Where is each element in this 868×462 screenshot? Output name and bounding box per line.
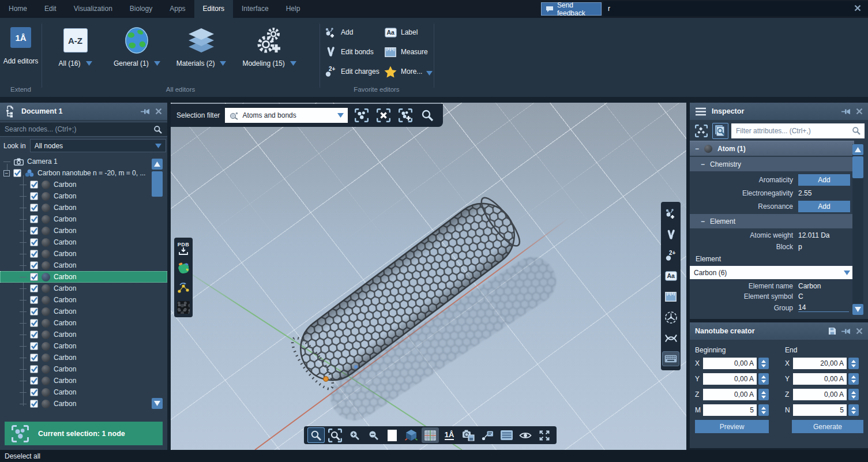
tool-measure[interactable] [662,289,679,305]
tool-rotate-gauge[interactable] [662,310,679,325]
tree-item-carbon[interactable]: Carbon [0,260,167,271]
chevron-down-icon[interactable] [220,61,226,66]
send-feedback-button[interactable]: Send feedback [541,2,602,16]
favorite-editor-add[interactable]: Add [324,22,384,42]
begin-x-input[interactable] [703,358,757,369]
tree-item-carbon[interactable]: Carbon [0,352,167,363]
menu-tab-apps[interactable]: Apps [161,0,194,18]
close-icon[interactable] [856,328,863,335]
select-atoms-button[interactable] [353,107,370,124]
favorite-editor-measure[interactable]: Measure [384,42,434,62]
end-z-stepper[interactable] [848,389,859,400]
tool-virtual-keyboard[interactable] [662,351,679,366]
filter-attributes-input[interactable] [731,127,865,135]
tree-item-carbon[interactable]: Carbon [0,398,167,409]
menu-icon[interactable] [695,107,707,116]
end-x-stepper[interactable] [848,358,859,369]
element-section-header[interactable]: − Element [690,214,854,228]
tree-item-carbon[interactable]: Carbon [0,213,167,225]
menu-tab-visualization[interactable]: Visualization [65,0,121,18]
tool-add-fragment[interactable] [175,260,192,276]
menu-tab-edit[interactable]: Edit [36,0,65,18]
tree-item-carbon[interactable]: Carbon [0,190,167,202]
tool-create-path[interactable] [175,280,192,295]
end-y-input[interactable] [793,373,847,385]
tool-zoom-out[interactable] [365,427,382,443]
element-dropdown[interactable]: Carbon (6) [690,266,854,279]
favorite-editor-more[interactable]: More... [384,62,434,81]
checkbox-checked[interactable] [30,330,38,339]
menu-tab-editors[interactable]: Editors [194,0,233,18]
tool-scale-1a[interactable]: 1Å [441,427,458,443]
checkbox-checked[interactable] [30,181,38,189]
tool-nanotube-material[interactable] [175,299,192,315]
tool-grid[interactable] [422,427,439,443]
tree-item-carbon[interactable]: Carbon [0,248,167,260]
close-search-icon[interactable] [854,5,861,12]
begin-z-input[interactable] [703,389,757,400]
menu-tab-biology[interactable]: Biology [121,0,161,18]
pin-icon[interactable] [841,108,851,115]
n-stepper[interactable] [848,404,859,416]
scroll-thumb[interactable] [852,156,863,178]
tool-snapshot[interactable] [460,427,477,443]
scroll-down-button[interactable] [152,398,163,409]
n-input[interactable] [793,404,847,416]
global-search-input[interactable] [608,5,851,13]
tool-view-cube[interactable] [403,427,420,443]
chevron-down-icon[interactable] [154,61,160,66]
tool-fullscreen[interactable] [536,427,553,443]
scroll-up-button[interactable] [152,159,163,170]
inspect-selection-button[interactable] [693,123,709,139]
tree-item-carbon[interactable]: Carbon [0,202,167,213]
close-icon[interactable] [155,108,162,115]
checkbox-checked[interactable] [30,307,38,315]
checkbox-checked[interactable] [30,227,38,235]
group-value-field[interactable]: 14 [798,303,849,312]
find-button[interactable] [419,107,435,124]
chevron-down-icon[interactable] [86,61,92,66]
m-input[interactable] [703,404,757,416]
tool-pdb-download[interactable]: PDB [175,241,192,256]
tree-item-carbon[interactable]: Carbon [0,294,167,306]
generate-button[interactable]: Generate [792,420,863,433]
favorite-editor-edit-bonds[interactable]: Edit bonds [324,42,384,62]
checkbox-checked[interactable] [30,204,38,212]
add-editors-button[interactable]: 1Å Add editors [0,18,42,65]
tool-edit-bonds[interactable] [662,227,679,242]
tree-item-nanotube[interactable]: − Carbon nanotube n = -20, m = 0, ... [0,167,167,179]
selection-filter-dropdown[interactable]: Atoms and bonds [225,108,348,123]
tree-item-carbon[interactable]: Carbon [0,179,167,190]
tree-item-carbon[interactable]: Carbon [0,386,167,398]
tree-item-carbon[interactable]: Carbon [0,340,167,352]
tree-item-carbon[interactable]: Carbon [0,283,167,294]
checkbox-checked[interactable] [30,400,38,408]
scroll-down-button[interactable] [852,304,863,315]
menu-tab-home[interactable]: Home [0,0,36,18]
checkbox-checked[interactable] [30,284,38,292]
clear-selection-button[interactable] [375,107,392,124]
tree-item-carbon[interactable]: Carbon [0,375,167,386]
menu-tab-interface[interactable]: Interface [233,0,277,18]
begin-x-stepper[interactable] [758,358,769,369]
favorite-editor-label[interactable]: AaLabel [384,22,434,42]
checkbox-checked[interactable] [30,296,38,304]
checkbox-checked[interactable] [30,250,38,258]
save-icon[interactable] [828,327,836,335]
tool-screen-label[interactable] [479,427,496,443]
begin-z-stepper[interactable] [758,389,769,400]
tool-background-color[interactable] [384,427,401,443]
checkbox-checked[interactable] [30,342,38,350]
node-search-input[interactable] [0,122,167,136]
tool-twister[interactable] [662,330,679,346]
tree-item-carbon[interactable]: Carbon [0,225,167,236]
checkbox-checked[interactable] [30,377,38,385]
scroll-up-button[interactable] [852,144,863,155]
inspect-documents-button[interactable] [712,123,728,139]
close-icon[interactable] [856,108,863,115]
tool-viewport-lines[interactable] [498,427,515,443]
tool-add-atoms[interactable] [662,206,679,221]
tool-edit-charges[interactable]: 2+ [662,247,679,263]
editor-category-all-16[interactable]: A-ZAll (16) [45,18,106,67]
tool-zoom-in[interactable] [345,427,363,443]
